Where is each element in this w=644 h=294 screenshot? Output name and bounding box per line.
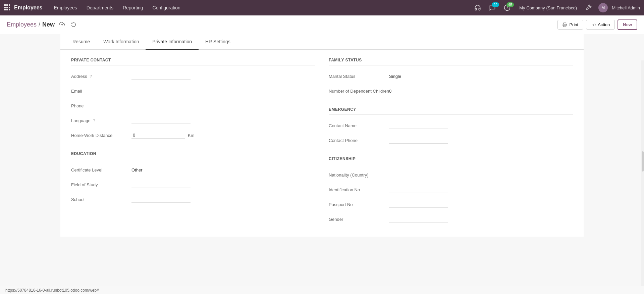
top-navigation: Employees Employees Departments Reportin… bbox=[0, 0, 644, 15]
contact-phone-input[interactable] bbox=[389, 137, 448, 144]
contact-phone-label: Contact Phone bbox=[329, 138, 389, 143]
form-container: Resume Work Information Private Informat… bbox=[60, 34, 584, 237]
tab-work-information[interactable]: Work Information bbox=[97, 34, 146, 50]
clock-icon[interactable]: 45 bbox=[501, 3, 513, 12]
contact-phone-row: Contact Phone bbox=[329, 135, 573, 146]
nav-reporting[interactable]: Reporting bbox=[118, 0, 148, 15]
breadcrumb-bar: Employees / New Print bbox=[0, 15, 644, 34]
field-of-study-input[interactable] bbox=[131, 181, 191, 188]
private-contact-section: PRIVATE CONTACT Address ? Email bbox=[71, 58, 315, 141]
svg-rect-11 bbox=[564, 25, 566, 27]
phone-input[interactable] bbox=[131, 102, 191, 109]
passport-input[interactable] bbox=[389, 201, 448, 208]
user-name: Mitchell Admin bbox=[612, 5, 640, 10]
address-label: Address ? bbox=[71, 74, 131, 79]
education-section: EDUCATION Certificate Level Other Field … bbox=[71, 151, 315, 205]
emergency-section: EMERGENCY Contact Name Contact Phone bbox=[329, 107, 573, 146]
address-input[interactable] bbox=[131, 73, 191, 80]
two-col-layout: PRIVATE CONTACT Address ? Email bbox=[71, 58, 573, 229]
language-label: Language ? bbox=[71, 118, 131, 123]
svg-rect-1 bbox=[6, 4, 8, 6]
gender-input[interactable] bbox=[389, 216, 448, 223]
action-button[interactable]: Action bbox=[586, 20, 615, 30]
school-row: School bbox=[71, 194, 315, 205]
breadcrumb-current: New bbox=[42, 21, 55, 28]
svg-rect-3 bbox=[4, 7, 6, 8]
address-help-icon[interactable]: ? bbox=[90, 74, 92, 79]
company-name: My Company (San Francisco) bbox=[516, 5, 580, 10]
print-button[interactable]: Print bbox=[557, 20, 583, 30]
home-work-distance-input[interactable] bbox=[131, 132, 185, 139]
nav-employees[interactable]: Employees bbox=[49, 0, 82, 15]
citizenship-section: CITIZENSHIP Nationality (Country) Identi… bbox=[329, 156, 573, 225]
form-body: PRIVATE CONTACT Address ? Email bbox=[60, 50, 584, 237]
email-label: Email bbox=[71, 89, 131, 94]
svg-rect-6 bbox=[4, 9, 6, 10]
marital-status-label: Marital Status bbox=[329, 74, 389, 79]
identification-label: Identification No bbox=[329, 187, 389, 192]
language-input[interactable] bbox=[131, 117, 191, 124]
identification-row: Identification No bbox=[329, 184, 573, 195]
nav-icons: 22 45 My Company (San Francisco) M Mitch… bbox=[472, 3, 640, 12]
field-of-study-row: Field of Study bbox=[71, 179, 315, 190]
tab-resume[interactable]: Resume bbox=[66, 34, 97, 50]
citizenship-title: CITIZENSHIP bbox=[329, 156, 573, 164]
headset-icon[interactable] bbox=[472, 3, 484, 12]
refresh-icon[interactable] bbox=[69, 20, 77, 30]
certificate-level-row: Certificate Level Other bbox=[71, 164, 315, 175]
right-column: FAMILY STATUS Marital Status Single Numb… bbox=[329, 58, 573, 229]
svg-rect-5 bbox=[9, 7, 10, 8]
nationality-label: Nationality (Country) bbox=[329, 173, 389, 178]
private-contact-title: PRIVATE CONTACT bbox=[71, 58, 315, 65]
svg-point-12 bbox=[593, 24, 594, 26]
gender-row: Gender bbox=[329, 214, 573, 225]
passport-row: Passport No bbox=[329, 199, 573, 210]
emergency-title: EMERGENCY bbox=[329, 107, 573, 115]
breadcrumb: Employees / New bbox=[7, 21, 55, 28]
breadcrumb-separator: / bbox=[39, 21, 40, 28]
tab-private-information[interactable]: Private Information bbox=[146, 34, 199, 50]
nav-departments[interactable]: Departments bbox=[82, 0, 118, 15]
email-input[interactable] bbox=[131, 88, 191, 94]
family-status-title: FAMILY STATUS bbox=[329, 58, 573, 65]
phone-label: Phone bbox=[71, 103, 131, 108]
svg-rect-4 bbox=[6, 7, 8, 8]
left-column: PRIVATE CONTACT Address ? Email bbox=[71, 58, 315, 229]
nationality-input[interactable] bbox=[389, 172, 448, 178]
tools-icon[interactable] bbox=[583, 4, 594, 11]
new-button[interactable]: New bbox=[618, 19, 637, 30]
language-help-icon[interactable]: ? bbox=[93, 118, 95, 123]
status-bar: https://50784816-16-0-all.runbot105.odoo… bbox=[0, 286, 644, 294]
nav-configuration[interactable]: Configuration bbox=[148, 0, 185, 15]
contact-name-input[interactable] bbox=[389, 122, 448, 129]
clock-badge: 45 bbox=[506, 2, 514, 7]
grid-icon[interactable] bbox=[4, 4, 10, 11]
tab-hr-settings[interactable]: HR Settings bbox=[199, 34, 237, 50]
cloud-upload-icon[interactable] bbox=[58, 20, 66, 30]
svg-rect-8 bbox=[9, 9, 10, 10]
phone-row: Phone bbox=[71, 100, 315, 111]
email-row: Email bbox=[71, 86, 315, 96]
family-status-section: FAMILY STATUS Marital Status Single Numb… bbox=[329, 58, 573, 96]
scrollbar-thumb[interactable] bbox=[642, 151, 644, 172]
field-of-study-label: Field of Study bbox=[71, 182, 131, 187]
education-title: EDUCATION bbox=[71, 151, 315, 159]
svg-rect-2 bbox=[9, 4, 10, 6]
scrollbar[interactable] bbox=[641, 60, 644, 286]
chat-icon[interactable]: 22 bbox=[486, 3, 498, 12]
dependent-children-value: 0 bbox=[389, 89, 391, 94]
passport-label: Passport No bbox=[329, 202, 389, 207]
main-content: Resume Work Information Private Informat… bbox=[0, 34, 644, 294]
dependent-children-row: Number of Dependent Children 0 bbox=[329, 86, 573, 96]
school-input[interactable] bbox=[131, 196, 191, 203]
gender-label: Gender bbox=[329, 217, 389, 222]
address-row: Address ? bbox=[71, 71, 315, 82]
breadcrumb-parent[interactable]: Employees bbox=[7, 21, 37, 28]
chat-badge: 22 bbox=[492, 2, 499, 7]
home-work-distance-label: Home-Work Distance bbox=[71, 133, 131, 138]
marital-status-row: Marital Status Single bbox=[329, 71, 573, 82]
school-label: School bbox=[71, 197, 131, 202]
identification-input[interactable] bbox=[389, 186, 448, 193]
svg-rect-0 bbox=[4, 4, 6, 6]
language-row: Language ? bbox=[71, 115, 315, 126]
